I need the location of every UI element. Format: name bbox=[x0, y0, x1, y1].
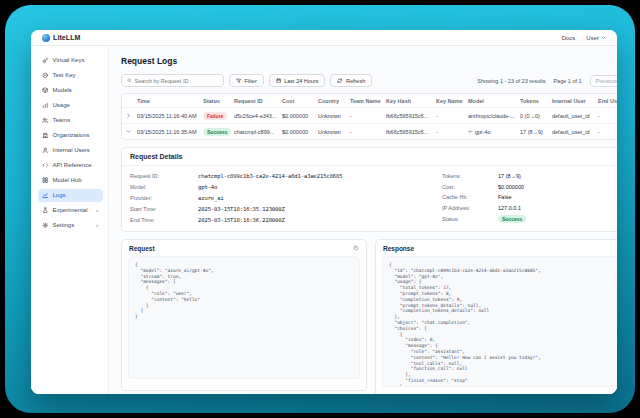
cell-key-name: - bbox=[434, 109, 466, 122]
sidebar-item-experimental[interactable]: Experimental ∨ bbox=[38, 204, 103, 217]
sidebar-item-label: Test Key bbox=[53, 72, 76, 78]
provider-value: azure_ai bbox=[198, 195, 426, 201]
refresh-icon bbox=[337, 78, 343, 84]
sidebar-item-label: Logs bbox=[53, 192, 66, 198]
chevron-down-icon bbox=[126, 129, 131, 134]
sidebar-item-test-key[interactable]: Test Key bbox=[38, 69, 103, 82]
brand: LiteLLM bbox=[42, 34, 81, 42]
cell-model: gpt-4o bbox=[475, 129, 491, 135]
chevron-down-icon: ∨ bbox=[95, 208, 99, 213]
ip-address-value: 127.0.0.1 bbox=[498, 205, 617, 211]
user-menu[interactable]: User bbox=[586, 35, 606, 41]
funnel-icon bbox=[236, 78, 242, 84]
col-cost: Cost bbox=[280, 94, 316, 107]
cell-key-hash: fb66c565915c6... bbox=[384, 109, 434, 122]
search-icon bbox=[127, 78, 132, 83]
search-input[interactable] bbox=[135, 78, 218, 84]
expand-row-button[interactable] bbox=[122, 110, 135, 122]
chevron-right-icon bbox=[126, 113, 131, 118]
docs-link[interactable]: Docs bbox=[562, 35, 576, 41]
sidebar-item-model-hub[interactable]: Model Hub bbox=[38, 174, 103, 187]
ip-address-label: IP Address: bbox=[442, 205, 498, 211]
cost-value: $0.000000 bbox=[498, 184, 617, 190]
status-label: Status: bbox=[442, 216, 498, 222]
chevron-down-icon: ∨ bbox=[95, 223, 99, 228]
sidebar-item-logs[interactable]: Logs bbox=[38, 189, 103, 202]
sidebar-item-organizations[interactable]: Organizations bbox=[38, 129, 103, 142]
request-panel-title: Request bbox=[129, 245, 155, 252]
col-status: Status bbox=[201, 94, 232, 107]
cell-tokens: 0 (0→0) bbox=[518, 109, 550, 122]
chevron-down-icon bbox=[601, 35, 606, 40]
person-icon bbox=[42, 147, 49, 154]
sidebar-item-label: Models bbox=[53, 87, 72, 93]
cell-team-name: - bbox=[348, 109, 384, 122]
cell-cost: $0.000000 bbox=[280, 125, 316, 138]
request-panel: Request { "model": "azure_ai/gpt-4o", "s… bbox=[121, 239, 367, 391]
cache-hit-label: Cache Hit: bbox=[442, 194, 498, 200]
request-details-card: Request Details Request ID: chatcmpl-c89… bbox=[121, 147, 617, 232]
table-header-row: Time Status Request ID Cost Country Team… bbox=[122, 94, 617, 107]
sidebar-item-label: Teams bbox=[53, 117, 71, 123]
provider-label: Provider: bbox=[130, 195, 198, 201]
tokens-value: 17 (8→9) bbox=[498, 173, 617, 179]
copy-button[interactable] bbox=[353, 245, 359, 252]
col-key-name: Key Name bbox=[434, 94, 466, 107]
building-icon bbox=[42, 132, 49, 139]
previous-page-button[interactable]: Previous bbox=[590, 75, 617, 87]
cell-team-name: - bbox=[348, 125, 384, 138]
refresh-button-label: Refresh bbox=[346, 78, 365, 84]
col-end-user: End User bbox=[596, 94, 617, 107]
brand-name: LiteLLM bbox=[53, 34, 81, 41]
tokens-label: Tokens: bbox=[442, 173, 498, 179]
start-time-value: 2025-03-15T18:16:35.123000Z bbox=[198, 206, 426, 212]
model-provider-icon bbox=[468, 129, 473, 134]
sidebar-item-internal-users[interactable]: Internal Users bbox=[38, 144, 103, 157]
test-key-icon bbox=[42, 72, 49, 79]
cache-hit-value: False bbox=[498, 194, 617, 200]
sidebar-item-settings[interactable]: Settings ∨ bbox=[38, 219, 103, 232]
response-panel: Response { "id": "chatcmpl-c899c1b3-ca2e… bbox=[375, 239, 617, 394]
cell-internal-user: default_user_id bbox=[550, 125, 596, 138]
people-icon bbox=[42, 117, 49, 124]
col-key-hash: Key Hash bbox=[384, 94, 434, 107]
time-range-button[interactable]: Last 24 Hours bbox=[269, 74, 326, 87]
flask-icon bbox=[42, 207, 49, 214]
model-value: gpt-4o bbox=[198, 184, 426, 190]
col-tokens: Tokens bbox=[518, 94, 550, 107]
table-row[interactable]: 03/15/2025 11:16:40 AM Failure d5c26ce4-… bbox=[122, 107, 617, 123]
logs-toolbar: Filter Last 24 Hours Refresh Showing 1 -… bbox=[121, 74, 617, 87]
end-time-value: 2025-03-15T18:16:36.228000Z bbox=[198, 217, 426, 223]
status-badge: Success bbox=[203, 128, 231, 136]
filter-button-label: Filter bbox=[245, 78, 257, 84]
sidebar-item-label: API Reference bbox=[53, 162, 92, 168]
cost-label: Cost: bbox=[442, 184, 498, 190]
sidebar-item-label: Internal Users bbox=[53, 147, 90, 153]
cell-request-id: d5c26ce4-e343... bbox=[232, 109, 280, 122]
cell-request-id: chatcmpl-c899... bbox=[232, 125, 280, 138]
sidebar-item-label: Experimental bbox=[53, 207, 88, 213]
table-row-expanded[interactable]: 03/15/2025 11:16:35 AM Success chatcmpl-… bbox=[122, 123, 617, 139]
sidebar-item-virtual-keys[interactable]: Virtual Keys bbox=[38, 54, 103, 67]
teal-backdrop: LiteLLM Docs User Virtual Keys Test Ke bbox=[5, 5, 635, 413]
col-request-id: Request ID bbox=[232, 94, 280, 107]
top-navbar: LiteLLM Docs User bbox=[31, 30, 617, 46]
sidebar-item-usage[interactable]: Usage bbox=[38, 99, 103, 112]
filter-button[interactable]: Filter bbox=[229, 74, 264, 87]
grid-icon bbox=[42, 177, 49, 184]
collapse-row-button[interactable] bbox=[122, 126, 135, 138]
sidebar-item-teams[interactable]: Teams bbox=[38, 114, 103, 127]
sidebar-item-api-reference[interactable]: API Reference bbox=[38, 159, 103, 172]
col-model: Model bbox=[466, 94, 518, 107]
cube-icon bbox=[42, 87, 49, 94]
search-box[interactable] bbox=[121, 74, 224, 87]
cell-tokens: 17 (8→9) bbox=[518, 125, 550, 138]
key-icon bbox=[42, 57, 49, 64]
start-time-label: Start Time: bbox=[130, 206, 198, 212]
sidebar: Virtual Keys Test Key Models Usage Teams bbox=[31, 46, 109, 394]
end-time-label: End Time: bbox=[130, 217, 198, 223]
sidebar-item-models[interactable]: Models bbox=[38, 84, 103, 97]
gear-icon bbox=[42, 222, 49, 229]
refresh-button[interactable]: Refresh bbox=[330, 74, 372, 87]
sidebar-item-label: Settings bbox=[53, 222, 75, 228]
